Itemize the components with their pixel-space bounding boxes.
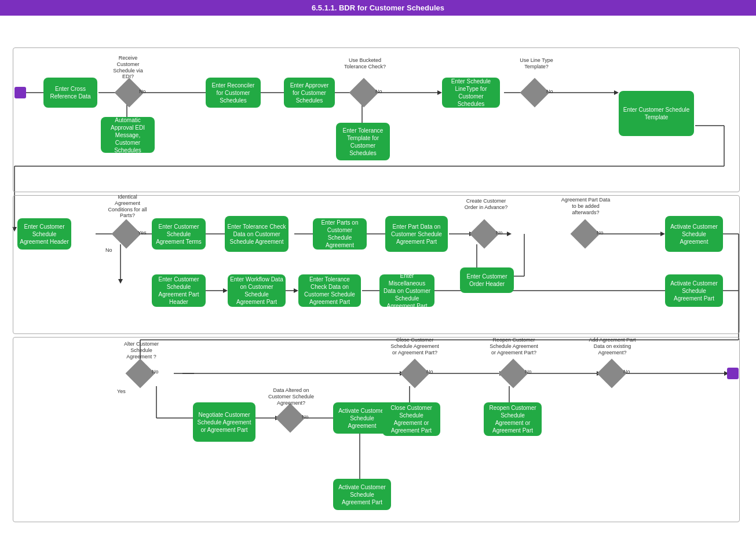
activate-csa-part-node[interactable]: Activate Customer Schedule Agreement Par… <box>665 274 723 307</box>
enter-parts-on-csa-node[interactable]: Enter Parts on Customer Schedule Agreeme… <box>313 218 367 250</box>
no-label-11: No <box>623 369 630 375</box>
no-label-10: No <box>525 369 532 375</box>
enter-tolerance-check-csa-part-node[interactable]: Enter Tolerance Check Data on Customer S… <box>298 274 361 307</box>
reopen-csa-part-node[interactable]: Reopen Customer Schedule Agreement or Ag… <box>484 402 542 436</box>
no-label-9: No <box>426 369 433 375</box>
activate-csa-node[interactable]: Activate Customer Schedule Agreement <box>665 216 723 252</box>
end-node-3 <box>727 368 739 379</box>
enter-part-data-csa-part-node[interactable]: Enter Part Data on Customer Schedule Agr… <box>385 216 448 252</box>
yes-label-4: Yes <box>138 230 147 236</box>
close-csa-part-node[interactable]: Close Customer Schedule Agreement or Agr… <box>382 402 440 436</box>
enter-workflow-data-csa-part-node[interactable]: Enter Workflow Data on Customer Schedule… <box>228 274 286 307</box>
no-label-5: No <box>496 230 503 236</box>
add-agreement-part-label: Add Agreement Part Data on existing Agre… <box>586 337 638 355</box>
row1-border <box>13 47 740 192</box>
alter-csa-label: Alter Customer Schedule Agreement ? <box>119 341 163 360</box>
title-bar: 6.5.1.1. BDR for Customer Schedules <box>0 0 756 16</box>
diagram-area: Enter Cross Reference Data Receive Custo… <box>0 16 756 537</box>
enter-csa-part-header-node[interactable]: Enter Customer Schedule Agreement Part H… <box>152 274 206 307</box>
enter-tolerance-check-csa-node[interactable]: Enter Tolerance Check Data on Customer S… <box>225 216 288 252</box>
close-csa-label: Close Customer Schedule Agreement or Agr… <box>389 337 440 355</box>
page-title: 6.5.1.1. BDR for Customer Schedules <box>312 3 444 12</box>
yes-label-7: Yes <box>117 388 126 394</box>
enter-csa-terms-node[interactable]: Enter Customer Schedule Agreement Terms <box>152 218 206 250</box>
no-label-8: No <box>302 414 309 420</box>
no-label-4: No <box>105 247 112 253</box>
enter-misc-data-csa-part-node[interactable]: Enter Miscellaneous Data on Customer Sch… <box>379 274 434 307</box>
identical-agreement-label: Identical Agreement Conditions for all P… <box>105 194 149 219</box>
agreement-part-label: Agreement Part Data to be added afterwar… <box>560 197 612 215</box>
activate-csa-part2-node[interactable]: Activate Customer Schedule Agreement Par… <box>333 479 391 510</box>
reopen-csa-label: Reopen Customer Schedule Agreement or Ag… <box>488 337 539 355</box>
no-label-6: No <box>597 230 604 236</box>
no-label-7: No <box>152 369 159 375</box>
create-co-label: Create Customer Order in Advance? <box>463 198 509 211</box>
negotiate-csa-node[interactable]: Negotiate Customer Schedule Agreement or… <box>193 402 255 442</box>
enter-co-header-node[interactable]: Enter Customer Order Header <box>460 267 514 293</box>
enter-csa-header-node[interactable]: Enter Customer Schedule Agreement Header <box>17 218 71 250</box>
data-altered-label: Data Altered on Customer Schedule Agreem… <box>266 387 316 406</box>
